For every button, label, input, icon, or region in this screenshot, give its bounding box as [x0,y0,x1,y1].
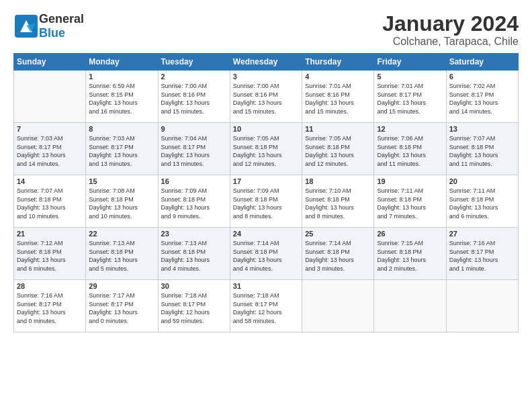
cell-content: Daylight: 13 hours [161,99,227,107]
cell-content: Sunrise: 7:17 AM [89,291,154,300]
calendar-cell: 17Sunrise: 7:09 AMSunset: 8:18 PMDayligh… [230,175,302,228]
calendar-week-row: 14Sunrise: 7:07 AMSunset: 8:18 PMDayligh… [14,175,519,228]
cell-content: Daylight: 13 hours [449,203,515,212]
calendar-cell: 3Sunrise: 7:00 AMSunset: 8:16 PMDaylight… [230,71,302,123]
cell-content: Sunrise: 7:12 AM [17,239,83,248]
cell-content: Sunrise: 7:11 AM [449,187,515,195]
cell-content: Sunrise: 7:08 AM [89,187,154,195]
cell-content: Sunset: 8:18 PM [233,143,299,152]
cell-content: Sunrise: 7:13 AM [161,239,227,248]
header: General Blue January 2024 Colchane, Tara… [13,12,519,48]
cell-content: Sunset: 8:17 PM [233,300,299,309]
day-number: 13 [449,125,515,133]
day-number: 30 [161,282,227,290]
day-number: 26 [377,230,443,238]
cell-content: Daylight: 13 hours [377,203,443,212]
cell-content: and 15 minutes. [233,107,299,116]
cell-content: Daylight: 13 hours [161,151,227,160]
cell-content: Sunrise: 7:11 AM [377,187,443,195]
calendar-day-header: Saturday [446,54,518,71]
calendar-cell: 11Sunrise: 7:05 AMSunset: 8:18 PMDayligh… [302,123,374,175]
calendar-day-header: Thursday [302,54,374,71]
cell-content: Daylight: 13 hours [449,99,515,107]
cell-content: Sunset: 8:18 PM [377,248,443,257]
calendar-cell: 5Sunrise: 7:01 AMSunset: 8:17 PMDaylight… [374,71,446,123]
cell-content: Sunset: 8:16 PM [233,91,299,99]
calendar-cell: 2Sunrise: 7:00 AMSunset: 8:16 PMDaylight… [158,71,230,123]
title-block: January 2024 Colchane, Tarapaca, Chile [382,12,519,48]
cell-content: Daylight: 12 hours [161,308,227,317]
day-number: 7 [17,125,83,133]
day-number: 3 [233,73,299,81]
day-number: 24 [233,230,299,238]
cell-content: and 15 minutes. [377,107,443,116]
calendar-cell: 6Sunrise: 7:02 AMSunset: 8:17 PMDaylight… [446,71,518,123]
calendar-cell: 16Sunrise: 7:09 AMSunset: 8:18 PMDayligh… [158,175,230,228]
cell-content: Sunset: 8:18 PM [449,195,515,204]
cell-content: Sunset: 8:17 PM [377,91,443,99]
day-number: 1 [89,73,154,81]
cell-content: Sunset: 8:17 PM [89,143,154,152]
cell-content: Daylight: 13 hours [161,256,227,265]
cell-content: Sunrise: 7:04 AM [161,134,227,143]
cell-content: Sunrise: 7:14 AM [305,239,371,248]
cell-content: Sunset: 8:18 PM [17,248,83,257]
cell-content: Sunrise: 6:59 AM [89,82,154,91]
cell-content: Daylight: 13 hours [89,203,154,212]
cell-content: and 2 minutes. [377,265,443,273]
day-number: 29 [89,282,154,290]
cell-content: and 3 minutes. [305,265,371,273]
cell-content: Sunset: 8:17 PM [161,300,227,309]
calendar-cell: 29Sunrise: 7:17 AMSunset: 8:17 PMDayligh… [86,280,158,332]
calendar-day-header: Sunday [14,54,86,71]
day-number: 31 [233,282,299,290]
calendar-cell: 24Sunrise: 7:14 AMSunset: 8:18 PMDayligh… [230,228,302,280]
cell-content: Daylight: 13 hours [17,151,83,160]
calendar-table: SundayMondayTuesdayWednesdayThursdayFrid… [13,53,519,332]
calendar-cell [446,280,518,332]
cell-content: Daylight: 13 hours [17,308,83,317]
cell-content: and 16 minutes. [89,107,154,116]
calendar-cell: 9Sunrise: 7:04 AMSunset: 8:17 PMDaylight… [158,123,230,175]
cell-content: and 13 minutes. [161,160,227,169]
cell-content: Daylight: 13 hours [89,151,154,160]
calendar-week-row: 1Sunrise: 6:59 AMSunset: 8:15 PMDaylight… [14,71,519,123]
day-number: 25 [305,230,371,238]
cell-content: and 9 minutes. [161,212,227,221]
calendar-cell: 28Sunrise: 7:16 AMSunset: 8:17 PMDayligh… [14,280,86,332]
cell-content: Daylight: 13 hours [305,256,371,265]
cell-content: Sunrise: 7:14 AM [233,239,299,248]
day-number: 10 [233,125,299,133]
logo-blue: Blue [39,26,84,40]
cell-content: and 0 minutes. [89,317,154,326]
day-number: 20 [449,177,515,185]
day-number: 27 [449,230,515,238]
cell-content: Sunset: 8:17 PM [17,143,83,152]
day-number: 8 [89,125,154,133]
cell-content: and 14 minutes. [17,160,83,169]
cell-content: Daylight: 13 hours [377,99,443,107]
calendar-cell: 10Sunrise: 7:05 AMSunset: 8:18 PMDayligh… [230,123,302,175]
cell-content: Sunrise: 7:00 AM [161,82,227,91]
day-number: 17 [233,177,299,185]
cell-content: and 58 minutes. [233,317,299,326]
day-number: 28 [17,282,83,290]
day-number: 12 [377,125,443,133]
calendar-cell [302,280,374,332]
day-number: 6 [449,73,515,81]
day-number: 21 [17,230,83,238]
calendar-header-row: SundayMondayTuesdayWednesdayThursdayFrid… [14,54,519,71]
cell-content: Daylight: 13 hours [449,151,515,160]
cell-content: Sunset: 8:17 PM [449,91,515,99]
cell-content: Daylight: 13 hours [17,203,83,212]
cell-content: Sunrise: 7:03 AM [17,134,83,143]
day-number: 23 [161,230,227,238]
cell-content: Sunrise: 7:07 AM [17,187,83,195]
calendar-cell: 30Sunrise: 7:18 AMSunset: 8:17 PMDayligh… [158,280,230,332]
cell-content: Sunset: 8:17 PM [89,300,154,309]
cell-content: Daylight: 12 hours [233,308,299,317]
cell-content: Daylight: 13 hours [377,256,443,265]
calendar-day-header: Friday [374,54,446,71]
calendar-cell: 8Sunrise: 7:03 AMSunset: 8:17 PMDaylight… [86,123,158,175]
calendar-cell: 14Sunrise: 7:07 AMSunset: 8:18 PMDayligh… [14,175,86,228]
